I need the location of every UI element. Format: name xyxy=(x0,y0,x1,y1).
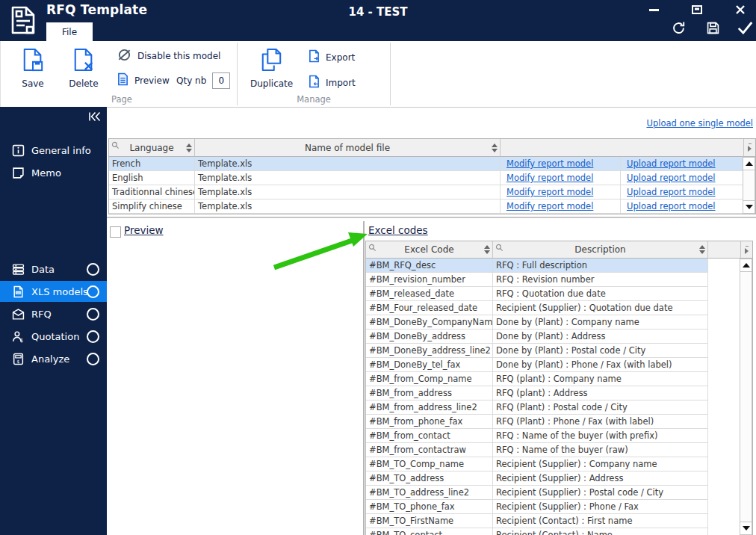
data-stack-icon xyxy=(12,263,25,276)
table-row[interactable]: French Template.xls Modify report model … xyxy=(109,157,755,171)
delete-button[interactable]: Delete xyxy=(64,48,103,89)
search-icon[interactable] xyxy=(495,244,504,254)
description-cell: Recipient (Contact) : Name xyxy=(493,528,708,535)
table-row[interactable]: #BM_TO_FirstName Recipient (Contact) : F… xyxy=(366,514,708,528)
export-button[interactable]: Export xyxy=(309,49,355,65)
save-document-button[interactable] xyxy=(701,20,724,38)
table-row[interactable]: Simplify chinese Template.xls Modify rep… xyxy=(109,200,755,214)
table-row[interactable]: #BM_DoneBy_CompanyName Done by (Plant) :… xyxy=(366,315,708,330)
modify-report-model-link[interactable]: Modify report model xyxy=(506,201,593,211)
qty-input[interactable] xyxy=(212,72,230,89)
modify-link-cell: Modify report model xyxy=(501,157,621,170)
column-options-button[interactable] xyxy=(744,139,755,157)
manage-group-label: Manage xyxy=(284,94,344,105)
horizontal-splitter[interactable] xyxy=(107,217,756,218)
upload-report-model-link[interactable]: Upload report model xyxy=(627,201,716,211)
sidebar-item-quotation[interactable]: $ Quotation xyxy=(0,326,107,347)
column-header-model-file[interactable]: Name of model file xyxy=(195,139,501,157)
sidebar-item-label: Analyze xyxy=(31,353,69,365)
table-row[interactable]: #BM_from_Comp_name RFQ (plant) : Company… xyxy=(366,372,708,386)
vertical-splitter[interactable] xyxy=(363,221,365,535)
export-button-label: Export xyxy=(326,52,355,63)
sort-icon xyxy=(484,245,490,254)
sidebar-item-analyze[interactable]: $ Analyze xyxy=(0,348,107,369)
scroll-up-button[interactable] xyxy=(740,259,752,272)
sidebar-item-xls-models[interactable]: XLS XLS models xyxy=(0,281,107,302)
table-row[interactable]: #BM_Four_released_date Recipient (Suppli… xyxy=(366,301,708,315)
table-row[interactable]: #BM_TO_address_line2 Recipient (Supplier… xyxy=(366,486,708,500)
table-row[interactable]: #BM_DoneBy_address_line2 Done by (Plant)… xyxy=(366,344,708,358)
upload-one-single-model-link[interactable]: Upload one single model xyxy=(646,118,753,129)
scroll-up-button[interactable] xyxy=(743,157,755,170)
import-button[interactable]: Import xyxy=(309,75,356,90)
column-header-excel-code[interactable]: Excel Code xyxy=(366,241,493,259)
sidebar-item-memo[interactable]: Memo xyxy=(0,162,107,183)
expander-icon xyxy=(749,143,752,144)
confirm-button[interactable] xyxy=(734,20,756,38)
table-row[interactable]: #BM_TO_address Recipient (Supplier) : Ad… xyxy=(366,471,708,486)
vertical-scrollbar xyxy=(743,157,755,214)
table-row[interactable]: #BM_TO_Comp_name Recipient (Supplier) : … xyxy=(366,457,708,471)
column-header-language[interactable]: Language xyxy=(109,139,195,157)
sidebar-collapse-button[interactable] xyxy=(87,111,102,122)
modify-report-model-link[interactable]: Modify report model xyxy=(506,158,593,169)
scroll-down-button[interactable] xyxy=(743,200,755,214)
table-row[interactable]: #BM_TO_phone_fax Recipient (Supplier) : … xyxy=(366,500,708,514)
sidebar-item-rfq[interactable]: RFQ xyxy=(0,303,107,324)
upload-report-model-link[interactable]: Upload report model xyxy=(627,158,716,169)
preview-checkbox[interactable] xyxy=(110,226,121,238)
close-button[interactable] xyxy=(728,1,753,18)
table-row[interactable]: #BM_from_contactraw RFQ : Name of the bu… xyxy=(366,443,708,457)
table-row[interactable]: #BM_TO_contact Recipient (Contact) : Nam… xyxy=(366,528,708,535)
excel-code-cell: #BM_released_date xyxy=(366,287,493,300)
excel-codes-link[interactable]: Excel codes xyxy=(368,224,428,236)
sidebar-item-label: Memo xyxy=(31,167,61,179)
table-row[interactable]: #BM_from_phone_fax RFQ (Plant) : Phone /… xyxy=(366,415,708,429)
description-cell: RFQ : Quotation due date xyxy=(493,287,708,300)
table-row[interactable]: English Template.xls Modify report model… xyxy=(109,171,755,185)
column-options-button[interactable] xyxy=(741,241,752,259)
preview-button-label: Preview xyxy=(134,75,170,86)
preview-button[interactable]: Preview xyxy=(117,72,170,88)
language-cell: French xyxy=(109,157,195,170)
search-icon[interactable] xyxy=(111,141,120,152)
minimize-button[interactable] xyxy=(641,1,666,18)
table-row[interactable]: #BM_from_address RFQ (plant) : Address xyxy=(366,386,708,401)
table-row[interactable]: #BM_released_date RFQ : Quotation due da… xyxy=(366,287,708,301)
modify-report-model-link[interactable]: Modify report model xyxy=(506,173,593,183)
preview-checkbox-label[interactable]: Preview xyxy=(124,224,164,236)
table-row[interactable]: #BM_from_contact RFQ : Name of the buyer… xyxy=(366,429,708,443)
upload-report-model-link[interactable]: Upload report model xyxy=(627,187,716,197)
modify-report-model-link[interactable]: Modify report model xyxy=(506,187,593,197)
table-row[interactable]: #BM_DoneBy_address Done by (Plant) : Add… xyxy=(366,330,708,344)
sort-icon xyxy=(699,245,705,254)
save-button[interactable]: Save xyxy=(13,48,52,89)
table-row[interactable]: #BM_revision_number RFQ : Revision numbe… xyxy=(366,273,708,287)
table-row[interactable]: #BM_from_address_line2 RFQ (Plant) : Pos… xyxy=(366,401,708,415)
tab-file[interactable]: File xyxy=(46,22,93,41)
refresh-button[interactable] xyxy=(667,20,690,38)
scrollbar-track[interactable] xyxy=(743,170,755,200)
sidebar-item-data[interactable]: Data xyxy=(0,259,107,279)
upload-report-model-link[interactable]: Upload report model xyxy=(627,173,716,183)
table-row[interactable]: #BM_DoneBy_tel_fax Done by (Plant) : Pho… xyxy=(366,358,708,372)
delete-file-icon xyxy=(64,48,103,74)
scroll-down-button[interactable] xyxy=(740,522,752,535)
scrollbar-track[interactable] xyxy=(740,272,752,522)
search-icon[interactable] xyxy=(368,244,377,254)
language-cell: Traditionnal chinese xyxy=(109,185,195,199)
excel-code-cell: #BM_from_contactraw xyxy=(366,443,493,457)
maximize-button[interactable] xyxy=(684,1,710,18)
column-header-description[interactable]: Description xyxy=(493,241,708,259)
info-icon xyxy=(12,144,25,157)
duplicate-button[interactable]: Duplicate xyxy=(250,48,292,89)
status-circle xyxy=(87,285,99,298)
annotation-arrow xyxy=(254,224,381,276)
table-row[interactable]: #BM_RFQ_desc RFQ : Full description xyxy=(366,259,708,273)
excel-code-cell: #BM_DoneBy_tel_fax xyxy=(366,358,493,371)
sidebar-item-general-info[interactable]: General info xyxy=(0,140,107,161)
language-cell: Simplify chinese xyxy=(109,200,195,213)
table-row[interactable]: Traditionnal chinese Template.xls Modify… xyxy=(109,185,755,200)
disable-model-button[interactable]: Disable this model xyxy=(117,48,220,64)
description-cell: Recipient (Supplier) : Quotation due dat… xyxy=(493,301,708,315)
